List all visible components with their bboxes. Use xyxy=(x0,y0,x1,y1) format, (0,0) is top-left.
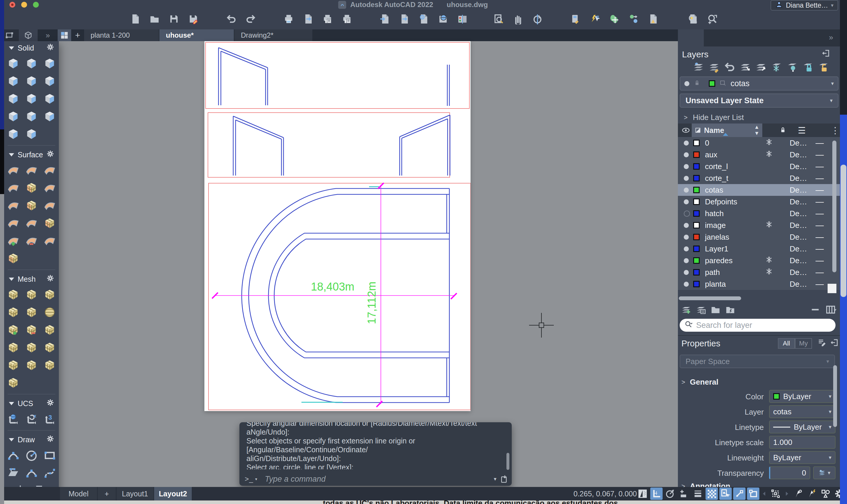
face-merge-tool[interactable] xyxy=(4,356,22,374)
extend-surface-tool[interactable] xyxy=(4,214,22,232)
attach-reference-icon[interactable] xyxy=(418,12,429,25)
layer-previous-icon[interactable] xyxy=(724,61,736,73)
layer-freeze-icon[interactable] xyxy=(771,61,782,73)
layer-row-planta[interactable]: plantaDe…— xyxy=(678,278,840,290)
layer-on-icon[interactable] xyxy=(684,141,689,146)
user-account-menu[interactable]: Diana Bette… ▾ xyxy=(771,0,838,11)
polar-tracking-toggle[interactable] xyxy=(733,488,745,500)
offset-face-tool[interactable] xyxy=(41,72,59,90)
layer-on-icon[interactable] xyxy=(684,258,689,263)
export-file-icon[interactable] xyxy=(398,12,410,25)
new-property-filter-icon[interactable] xyxy=(725,304,736,315)
selection-cycling-toggle[interactable] xyxy=(769,488,782,500)
layer-color-swatch[interactable] xyxy=(693,187,700,193)
command-scrollbar[interactable] xyxy=(506,453,509,470)
annotation-scale-toggle[interactable] xyxy=(819,488,832,500)
face-convert-tool[interactable] xyxy=(4,374,22,392)
mesh-presspull-tool[interactable] xyxy=(22,339,41,356)
new-group-filter-icon[interactable] xyxy=(710,304,721,315)
layer-on-icon[interactable] xyxy=(684,176,689,181)
rectangle-tool[interactable] xyxy=(41,446,59,464)
general-section-header[interactable]: ˃General xyxy=(681,378,719,387)
new-named-view-icon[interactable] xyxy=(687,12,699,25)
layout-tab-layout1[interactable]: Layout1 xyxy=(116,487,154,501)
annotation-autoscale-toggle[interactable] xyxy=(806,488,818,500)
zoom-window-icon[interactable] xyxy=(493,12,504,25)
lineweight-display-toggle[interactable] xyxy=(692,488,704,500)
presspull-tool[interactable] xyxy=(4,72,22,90)
gear-icon[interactable] xyxy=(47,150,54,159)
mesh-box-tool[interactable] xyxy=(4,286,22,304)
save-as-icon[interactable] xyxy=(187,12,199,25)
layer-vertical-scrollbar[interactable] xyxy=(832,141,836,272)
new-layer-icon[interactable] xyxy=(681,304,691,315)
palette-section-mesh[interactable]: Mesh xyxy=(4,272,59,286)
ucs-3point-tool[interactable]: 3 xyxy=(41,410,59,428)
palette-section-draw[interactable]: Draw xyxy=(4,433,59,446)
filter-my-button[interactable]: My xyxy=(795,338,812,349)
layer-horizontal-scrollbar[interactable] xyxy=(679,296,741,300)
chevron-down-icon[interactable]: ▾ xyxy=(494,476,497,482)
spline-tool[interactable] xyxy=(41,464,59,482)
layer-table-header[interactable]: Name ▲▼ ☰ ⋮ xyxy=(678,124,840,137)
layer-edit-icon[interactable] xyxy=(708,61,720,73)
ucs-world-tool[interactable] xyxy=(4,410,22,428)
space-selector-dropdown[interactable]: Paper Space ▾ xyxy=(680,355,835,368)
minimize-button[interactable] xyxy=(21,2,27,8)
solid-edit-tool[interactable] xyxy=(22,125,41,143)
new-layer-vp-freeze-icon[interactable] xyxy=(696,304,706,315)
thicken-tool[interactable] xyxy=(22,108,41,125)
property-value-transparency[interactable]: 0 xyxy=(769,466,810,479)
transparency-bylayer-dropdown[interactable]: ▾ xyxy=(813,466,835,479)
arc-tool[interactable] xyxy=(4,446,22,464)
layer-color-swatch[interactable] xyxy=(693,210,700,217)
layer-on-icon[interactable] xyxy=(684,152,689,157)
layer-properties-icon[interactable] xyxy=(692,61,704,73)
layer-search-box[interactable]: Search for layer xyxy=(680,319,835,332)
layer-color-swatch[interactable] xyxy=(709,80,715,87)
command-line-panel[interactable]: Specify angular dimension location or [R… xyxy=(239,422,512,486)
surface-tools-tool[interactable] xyxy=(41,214,59,232)
layer-row-cotas[interactable]: cotasDe…— xyxy=(678,184,840,196)
layer-isolate-icon[interactable] xyxy=(739,61,751,73)
slice-tool[interactable] xyxy=(4,108,22,125)
layer-color-swatch[interactable] xyxy=(693,281,700,287)
layer-on-icon[interactable] xyxy=(684,270,689,275)
layer-on-icon[interactable] xyxy=(684,282,689,287)
import-file-icon[interactable] xyxy=(379,12,391,25)
quick-select-icon[interactable] xyxy=(589,12,600,25)
subtract-tool[interactable] xyxy=(41,90,59,108)
layer-color-swatch[interactable] xyxy=(693,234,700,240)
drawing-canvas[interactable]: 18,403m 17,112m xyxy=(204,41,471,411)
drawing-tab-drawing2-[interactable]: Drawing2* xyxy=(234,30,313,41)
property-value-layer[interactable]: cotas▾ xyxy=(769,405,835,418)
layer-unlock-icon[interactable] xyxy=(817,61,829,73)
sort-icon[interactable]: ▲▼ xyxy=(754,124,759,137)
cube-3d-view-button[interactable] xyxy=(19,30,38,41)
snap-grid-toggle[interactable] xyxy=(705,488,718,500)
fillet-edge-tool[interactable] xyxy=(22,72,41,90)
print-icon[interactable] xyxy=(283,12,294,25)
snowflake-icon[interactable] xyxy=(765,150,773,160)
hide-layer-list-toggle[interactable]: ˃ Hide Layer List xyxy=(684,113,744,122)
layer-color-swatch[interactable] xyxy=(693,198,700,205)
cycle-next-toggle[interactable] xyxy=(783,488,790,500)
offset-surface-tool[interactable] xyxy=(41,179,59,197)
snowflake-icon[interactable] xyxy=(765,220,773,231)
cv-add-tool[interactable] xyxy=(4,232,22,250)
trim-surface-tool[interactable] xyxy=(4,197,22,214)
patch-tool[interactable] xyxy=(41,161,59,179)
layer-color-swatch[interactable] xyxy=(693,257,700,264)
layout-tab-layout2[interactable]: Layout2 xyxy=(154,487,192,501)
mesh-slice-tool[interactable] xyxy=(41,339,59,356)
extrude-tool[interactable] xyxy=(22,55,41,72)
smooth-less-tool[interactable] xyxy=(22,321,41,339)
interfere-tool[interactable] xyxy=(41,108,59,125)
property-value-color[interactable]: ByLayer▾ xyxy=(769,390,835,403)
tab-overflow-button[interactable]: » xyxy=(38,30,57,41)
object-snap-settings-icon[interactable] xyxy=(608,12,620,25)
point-transfer-icon[interactable] xyxy=(628,12,639,25)
save-icon[interactable] xyxy=(168,12,180,25)
ortho-viewport-toggle[interactable] xyxy=(747,488,759,500)
mesh-ruled-tool[interactable] xyxy=(22,304,41,321)
